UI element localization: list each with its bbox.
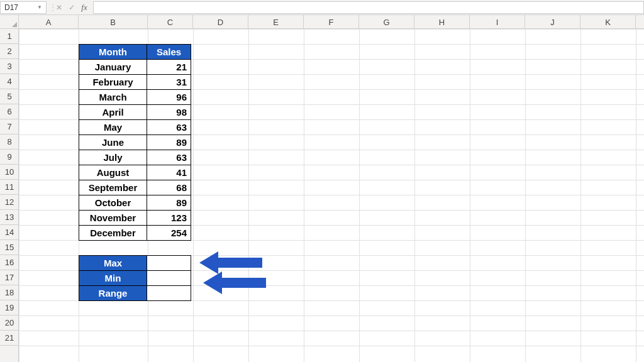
cell-month[interactable]: June (79, 135, 147, 150)
cell-area[interactable]: Month Sales January21February31March96Ap… (19, 29, 644, 362)
table-row: September68 (79, 180, 191, 195)
row-header-1[interactable]: 1 (0, 29, 19, 44)
spreadsheet-grid: ABCDEFGHIJK 1234567891011121314151617181… (0, 15, 644, 362)
row-header-15[interactable]: 15 (0, 240, 19, 255)
stat-row-min: Min (79, 271, 191, 286)
header-sales[interactable]: Sales (147, 45, 191, 60)
stat-row-max: Max (79, 256, 191, 271)
cell-month[interactable]: August (79, 165, 147, 180)
stat-value-max[interactable] (147, 256, 191, 271)
cell-month[interactable]: April (79, 105, 147, 120)
table-row: April98 (79, 105, 191, 120)
cell-sales[interactable]: 31 (147, 75, 191, 90)
row-header-10[interactable]: 10 (0, 165, 19, 180)
column-header-D[interactable]: D (193, 15, 248, 29)
cell-month[interactable]: October (79, 195, 147, 211)
cell-sales[interactable]: 89 (147, 135, 191, 150)
column-header-C[interactable]: C (148, 15, 193, 29)
row-header-14[interactable]: 14 (0, 225, 19, 240)
sales-table: Month Sales January21February31March96Ap… (79, 44, 191, 241)
row-header-5[interactable]: 5 (0, 89, 19, 104)
cell-month[interactable]: March (79, 90, 147, 105)
row-header-8[interactable]: 8 (0, 134, 19, 150)
column-header-H[interactable]: H (414, 15, 470, 29)
table-row: May63 (79, 120, 191, 135)
column-header-J[interactable]: J (525, 15, 580, 29)
table-row: October89 (79, 195, 191, 211)
cell-month[interactable]: November (79, 211, 147, 226)
cell-sales[interactable]: 98 (147, 105, 191, 120)
stats-table: Max Min Range (79, 255, 191, 301)
name-box-value: D17 (4, 3, 18, 12)
row-header-13[interactable]: 13 (0, 210, 19, 225)
stat-row-range: Range (79, 286, 191, 301)
row-header-18[interactable]: 18 (0, 285, 19, 300)
stat-value-min[interactable] (147, 271, 191, 286)
row-header-19[interactable]: 19 (0, 300, 19, 315)
table-row: August41 (79, 165, 191, 180)
row-header-3[interactable]: 3 (0, 59, 19, 74)
cell-month[interactable]: May (79, 120, 147, 135)
cell-sales[interactable]: 63 (147, 120, 191, 135)
row-header-2[interactable]: 2 (0, 44, 19, 59)
row-header-12[interactable]: 12 (0, 195, 19, 210)
cell-month[interactable]: July (79, 150, 147, 165)
column-headers: ABCDEFGHIJK (19, 15, 644, 29)
formula-bar: D17 ▼ ⋮ ✕ ✓ fx (0, 0, 644, 15)
table-row: December254 (79, 226, 191, 241)
cell-month[interactable]: February (79, 75, 147, 90)
cell-sales[interactable]: 41 (147, 165, 191, 180)
stat-label-max[interactable]: Max (79, 256, 147, 271)
cell-sales[interactable]: 123 (147, 211, 191, 226)
fx-icon[interactable]: fx (78, 1, 91, 14)
row-header-6[interactable]: 6 (0, 104, 19, 119)
column-header-F[interactable]: F (304, 15, 359, 29)
row-header-7[interactable]: 7 (0, 119, 19, 134)
column-header-E[interactable]: E (248, 15, 304, 29)
row-header-4[interactable]: 4 (0, 74, 19, 89)
column-header-A[interactable]: A (19, 15, 79, 29)
row-header-21[interactable]: 21 (0, 331, 19, 346)
column-header-I[interactable]: I (470, 15, 525, 29)
enter-icon[interactable]: ✓ (65, 1, 78, 14)
table-row: July63 (79, 150, 191, 165)
table-row: January21 (79, 60, 191, 75)
table-row: June89 (79, 135, 191, 150)
column-header-K[interactable]: K (580, 15, 636, 29)
stat-label-min[interactable]: Min (79, 271, 147, 286)
row-header-11[interactable]: 11 (0, 180, 19, 195)
table-header-row: Month Sales (79, 45, 191, 60)
select-all-corner[interactable] (0, 15, 19, 29)
row-header-16[interactable]: 16 (0, 255, 19, 270)
row-header-20[interactable]: 20 (0, 315, 19, 331)
row-header-17[interactable]: 17 (0, 270, 19, 285)
chevron-down-icon[interactable]: ▼ (37, 4, 42, 10)
cell-month[interactable]: January (79, 60, 147, 75)
cell-sales[interactable]: 68 (147, 180, 191, 195)
formula-input[interactable] (93, 1, 644, 14)
stat-value-range[interactable] (147, 286, 191, 301)
table-row: March96 (79, 90, 191, 105)
stat-label-range[interactable]: Range (79, 286, 147, 301)
cell-month[interactable]: September (79, 180, 147, 195)
cancel-icon[interactable]: ✕ (53, 1, 65, 14)
cell-month[interactable]: December (79, 226, 147, 241)
table-row: February31 (79, 75, 191, 90)
cell-sales[interactable]: 89 (147, 195, 191, 211)
cell-sales[interactable]: 96 (147, 90, 191, 105)
column-header-B[interactable]: B (79, 15, 148, 29)
cell-sales[interactable]: 254 (147, 226, 191, 241)
header-month[interactable]: Month (79, 45, 147, 60)
cell-sales[interactable]: 21 (147, 60, 191, 75)
row-header-9[interactable]: 9 (0, 150, 19, 165)
name-box[interactable]: D17 ▼ (0, 1, 47, 14)
cell-sales[interactable]: 63 (147, 150, 191, 165)
column-header-G[interactable]: G (359, 15, 414, 29)
row-headers: 123456789101112131415161718192021 (0, 29, 19, 362)
table-row: November123 (79, 211, 191, 226)
